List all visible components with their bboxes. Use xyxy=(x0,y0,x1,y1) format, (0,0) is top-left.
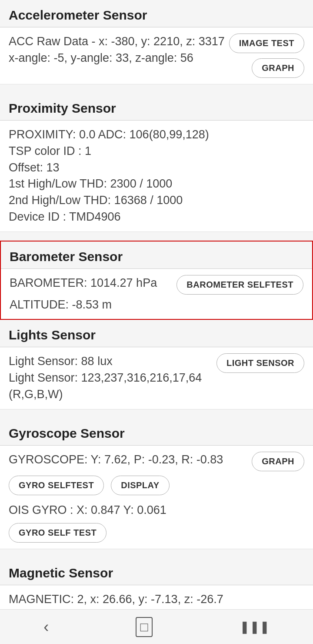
magnetic-line-1: MAGNETIC: 2, x: 26.66, y: -7.13, z: -26.… xyxy=(9,591,304,608)
accel-line-2: x-angle: -5, y-angle: 33, z-angle: 56 xyxy=(9,50,229,67)
barometer-selftest-button[interactable]: BAROMETER SELFTEST xyxy=(176,275,303,295)
gyroscope-button-group: GYRO SELFTEST DISPLAY xyxy=(9,476,304,495)
gyro-display-button[interactable]: DISPLAY xyxy=(111,476,169,495)
lights-header: Lights Sensor xyxy=(0,320,313,347)
proximity-line-1: PROXIMITY: 0.0 ADC: 106(80,99,128) xyxy=(9,127,304,143)
accel-buttons: IMAGE TEST GRAPH xyxy=(229,34,304,78)
barometer-data: BAROMETER: 1014.27 hPa ALTITUDE: -8.53 m xyxy=(10,275,176,313)
gyroscope-data: GYROSCOPE: Y: 7.62, P: -0.23, R: -0.83 xyxy=(9,452,252,468)
home-button[interactable]: □ xyxy=(136,617,152,637)
gyroscope-header: Gyroscope Sensor xyxy=(0,418,313,446)
lights-data: Light Sensor: 88 lux Light Sensor: 123,2… xyxy=(9,353,216,402)
magnetic-header: Magnetic Sensor xyxy=(0,558,313,585)
gyroscope-body: GYROSCOPE: Y: 7.62, P: -0.23, R: -0.83 G… xyxy=(0,446,313,549)
proximity-header: Proximity Sensor xyxy=(0,93,313,121)
barometer-spacer xyxy=(10,292,176,297)
proximity-line-2: TSP color ID : 1 xyxy=(9,143,304,160)
barometer-data-block: BAROMETER: 1014.27 hPa ALTITUDE: -8.53 m… xyxy=(10,275,303,313)
lights-title: Lights Sensor xyxy=(9,328,304,342)
accelerometer-data: ACC Raw Data - x: -380, y: 2210, z: 3317… xyxy=(9,34,229,67)
proximity-line-3: Offset: 13 xyxy=(9,160,304,176)
gyro-selftest-button[interactable]: GYRO SELFTEST xyxy=(9,476,104,495)
proximity-line-4: 1st High/Low THD: 2300 / 1000 xyxy=(9,176,304,192)
gyro-self-test-button[interactable]: GYRO SELF TEST xyxy=(9,523,107,543)
accelerometer-title: Accelerometer Sensor xyxy=(9,8,304,23)
gyroscope-title: Gyroscope Sensor xyxy=(9,426,304,441)
proximity-line-6: Device ID : TMD4906 xyxy=(9,209,304,225)
gyroscope-data-block: GYROSCOPE: Y: 7.62, P: -0.23, R: -0.83 G… xyxy=(9,452,304,471)
lights-button-wrap: LIGHT SENSOR xyxy=(216,353,304,373)
section-proximity: Proximity Sensor PROXIMITY: 0.0 ADC: 106… xyxy=(0,93,313,232)
magnetic-title: Magnetic Sensor xyxy=(9,566,304,580)
section-gyroscope: Gyroscope Sensor GYROSCOPE: Y: 7.62, P: … xyxy=(0,418,313,549)
lights-line-1: Light Sensor: 88 lux xyxy=(9,353,216,370)
proximity-line-5: 2nd High/Low THD: 16368 / 1000 xyxy=(9,192,304,209)
accel-line-1: ACC Raw Data - x: -380, y: 2210, z: 3317 xyxy=(9,34,229,50)
ois-gyro-wrap: OIS GYRO : X: 0.847 Y: 0.061 GYRO SELF T… xyxy=(9,502,304,543)
recents-button[interactable]: ❚❚❚ xyxy=(240,620,270,634)
barometer-line-2: ALTITUDE: -8.53 m xyxy=(10,297,176,313)
gap-2 xyxy=(0,232,313,241)
gyro-graph-button[interactable]: GRAPH xyxy=(252,452,304,471)
barometer-button-wrap: BAROMETER SELFTEST xyxy=(176,275,303,295)
barometer-body: BAROMETER: 1014.27 hPa ALTITUDE: -8.53 m… xyxy=(1,269,312,319)
main-content: Accelerometer Sensor ACC Raw Data - x: -… xyxy=(0,0,313,644)
light-sensor-button[interactable]: LIGHT SENSOR xyxy=(216,353,304,373)
gyroscope-line-1: GYROSCOPE: Y: 7.62, P: -0.23, R: -0.83 xyxy=(9,452,252,468)
image-test-button[interactable]: IMAGE TEST xyxy=(229,34,304,53)
gap-3 xyxy=(0,409,313,418)
proximity-body: PROXIMITY: 0.0 ADC: 106(80,99,128) TSP c… xyxy=(0,121,313,232)
ois-gyro-line: OIS GYRO : X: 0.847 Y: 0.061 xyxy=(9,502,304,519)
section-barometer: Barometer Sensor BAROMETER: 1014.27 hPa … xyxy=(0,241,313,320)
accelerometer-data-block: ACC Raw Data - x: -380, y: 2210, z: 3317… xyxy=(9,34,304,78)
barometer-line-1: BAROMETER: 1014.27 hPa xyxy=(10,275,176,292)
gyro-extra-buttons: GYRO SELF TEST xyxy=(9,523,304,543)
gap-1 xyxy=(0,84,313,93)
accelerometer-body: ACC Raw Data - x: -380, y: 2210, z: 3317… xyxy=(0,27,313,84)
barometer-header: Barometer Sensor xyxy=(1,242,312,269)
lights-body: Light Sensor: 88 lux Light Sensor: 123,2… xyxy=(0,347,313,409)
lights-data-block: Light Sensor: 88 lux Light Sensor: 123,2… xyxy=(9,353,304,402)
bottom-navigation: ‹ □ ❚❚❚ xyxy=(0,609,313,644)
section-lights: Lights Sensor Light Sensor: 88 lux Light… xyxy=(0,320,313,409)
lights-line-2: Light Sensor: 123,237,316,216,17,64 (R,G… xyxy=(9,370,216,403)
proximity-title: Proximity Sensor xyxy=(9,101,304,116)
accelerometer-header: Accelerometer Sensor xyxy=(0,0,313,27)
section-accelerometer: Accelerometer Sensor ACC Raw Data - x: -… xyxy=(0,0,313,84)
back-button[interactable]: ‹ xyxy=(43,618,49,636)
accel-graph-button[interactable]: GRAPH xyxy=(252,58,304,78)
barometer-title: Barometer Sensor xyxy=(10,249,303,264)
gap-4 xyxy=(0,549,313,558)
